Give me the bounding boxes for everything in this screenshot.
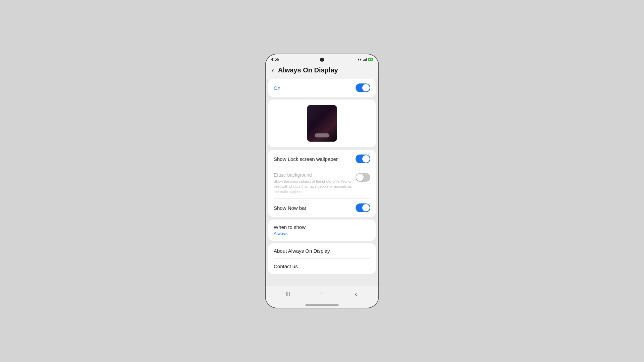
- about-row[interactable]: About Always On Display: [268, 243, 376, 258]
- signal-bar-2: [364, 59, 365, 61]
- erase-desc: Show the main subject of the photo only.…: [274, 179, 352, 194]
- back-nav-icon: ‹: [355, 290, 357, 298]
- header: ‹ Always On Display: [266, 63, 378, 79]
- status-time: 4:56: [271, 57, 279, 62]
- erase-toggle-thumb: [356, 174, 364, 181]
- page-title: Always On Display: [278, 66, 338, 74]
- main-toggle-row: On: [268, 79, 376, 97]
- erase-text: Erase background Show the main subject o…: [274, 172, 352, 194]
- main-toggle-thumb: [362, 84, 370, 92]
- when-to-show-card[interactable]: When to show Always: [268, 220, 376, 241]
- when-to-show-value: Always: [274, 231, 370, 236]
- erase-title: Erase background: [274, 172, 352, 178]
- phone-frame: 4:56 ▾▾ 69 ‹ Always On Display On: [265, 54, 379, 308]
- erase-toggle-switch[interactable]: [356, 173, 370, 182]
- preview-container[interactable]: [268, 100, 376, 147]
- recent-apps-button[interactable]: |||: [283, 290, 293, 298]
- erase-background-row: Erase background Show the main subject o…: [268, 168, 376, 198]
- home-icon: ○: [320, 290, 324, 297]
- now-bar-toggle-row: Show Now bar: [268, 199, 376, 217]
- contact-label: Contact us: [274, 263, 298, 269]
- about-card: About Always On Display Contact us: [268, 243, 376, 274]
- wallpaper-toggle-label: Show Lock screen wallpaper: [274, 156, 338, 162]
- preview-overlay: [315, 133, 329, 137]
- signal-bar-4: [366, 58, 367, 61]
- contact-row[interactable]: Contact us: [268, 259, 376, 274]
- about-label: About Always On Display: [274, 248, 330, 254]
- wifi-icon: ▾▾: [358, 57, 362, 62]
- home-button[interactable]: ○: [317, 290, 327, 298]
- wallpaper-toggle-switch[interactable]: [356, 155, 370, 163]
- content-scroll: On Show Lock screen wallpaper: [266, 79, 378, 286]
- bottom-indicator-container: [266, 303, 378, 308]
- signal-bar-3: [365, 59, 366, 61]
- when-to-show-label: When to show: [274, 224, 370, 230]
- status-bar: 4:56 ▾▾ 69: [266, 54, 378, 63]
- back-button[interactable]: ‹: [351, 290, 361, 298]
- main-toggle-switch[interactable]: [356, 83, 370, 92]
- signal-bar-1: [363, 60, 364, 61]
- signal-bars: [363, 58, 367, 61]
- main-toggle-label: On: [274, 85, 280, 91]
- recent-apps-icon: |||: [286, 291, 290, 296]
- now-bar-toggle-thumb: [362, 204, 370, 212]
- wallpaper-toggle-row: Show Lock screen wallpaper: [268, 150, 376, 168]
- back-icon[interactable]: ‹: [271, 66, 275, 75]
- camera-notch: [320, 58, 324, 62]
- main-toggle-card: On: [268, 79, 376, 97]
- wallpaper-toggle-thumb: [362, 155, 370, 163]
- battery-badge: 69: [368, 58, 373, 61]
- wallpaper-settings-card: Show Lock screen wallpaper Erase backgro…: [268, 150, 376, 217]
- status-icons: ▾▾ 69: [358, 57, 373, 62]
- now-bar-toggle-label: Show Now bar: [274, 205, 307, 211]
- phone-preview: [307, 105, 337, 142]
- now-bar-toggle-switch[interactable]: [356, 203, 370, 212]
- bottom-nav: ||| ○ ‹: [266, 286, 378, 303]
- bottom-indicator: [305, 304, 339, 306]
